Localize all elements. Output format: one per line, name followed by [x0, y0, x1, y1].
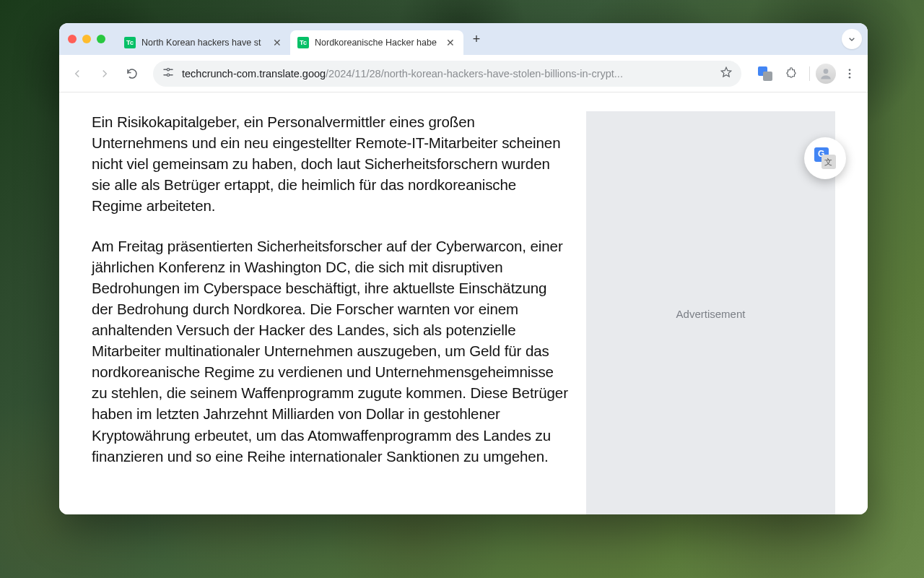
desktop-wallpaper: Tc North Korean hackers have st ✕ Tc Nor…	[0, 0, 924, 578]
user-avatar-icon	[819, 66, 833, 81]
google-translate-icon	[758, 66, 772, 81]
tab-title: North Korean hackers have st	[141, 38, 266, 48]
window-minimize-button[interactable]	[82, 35, 91, 43]
tabs-dropdown-button[interactable]	[842, 29, 862, 49]
tab-strip: Tc North Korean hackers have st ✕ Tc Nor…	[59, 23, 868, 55]
reload-icon	[126, 67, 139, 80]
tab-inactive-north-korean[interactable]: Tc North Korean hackers have st ✕	[117, 30, 290, 55]
article-body: Ein Risikokapitalgeber, ein Personalverm…	[92, 111, 568, 486]
chevron-down-icon	[846, 33, 858, 45]
forward-button[interactable]	[92, 61, 117, 86]
extensions-button[interactable]	[779, 61, 803, 86]
svg-point-5	[167, 74, 169, 76]
window-controls	[68, 35, 105, 43]
chrome-menu-button[interactable]	[837, 61, 862, 86]
svg-rect-4	[170, 74, 173, 76]
bookmark-star-button[interactable]	[720, 66, 733, 81]
url-host: techcrunch-com.translate.goog	[182, 68, 326, 79]
arrow-right-icon	[98, 67, 111, 80]
svg-rect-0	[163, 69, 167, 71]
toolbar-right	[753, 61, 862, 86]
new-tab-button[interactable]: +	[466, 29, 487, 49]
article-paragraph-1: Ein Risikokapitalgeber, ein Personalverm…	[92, 111, 568, 217]
google-translate-ext-button[interactable]	[753, 61, 777, 86]
svg-point-8	[849, 72, 851, 74]
page-content[interactable]: Ein Risikokapitalgeber, ein Personalverm…	[59, 92, 868, 514]
profile-avatar-button[interactable]	[816, 64, 836, 84]
svg-rect-3	[163, 74, 167, 76]
puzzle-piece-icon	[785, 67, 798, 80]
tab-close-button[interactable]: ✕	[445, 37, 456, 48]
tab-title: Nordkoreanische Hacker habe	[315, 38, 439, 48]
window-close-button[interactable]	[68, 35, 77, 43]
svg-rect-1	[170, 69, 173, 71]
tab-close-button[interactable]: ✕	[271, 37, 283, 48]
techcrunch-favicon-icon: Tc	[124, 37, 136, 48]
svg-point-9	[849, 76, 851, 78]
back-button[interactable]	[65, 61, 90, 86]
techcrunch-favicon-icon: Tc	[297, 37, 309, 48]
toolbar-divider	[809, 66, 810, 81]
google-translate-floating-button[interactable]	[804, 137, 846, 179]
advertisement-sidebar: Advertisement	[586, 111, 835, 514]
address-bar[interactable]: techcrunch-com.translate.goog/2024/11/28…	[153, 61, 741, 87]
url-text: techcrunch-com.translate.goog/2024/11/28…	[182, 68, 712, 79]
site-settings-icon[interactable]	[162, 66, 175, 81]
reload-button[interactable]	[120, 61, 144, 86]
tab-active-nordkoreanische[interactable]: Tc Nordkoreanische Hacker habe ✕	[290, 30, 463, 55]
kebab-menu-icon	[843, 67, 856, 80]
arrow-left-icon	[71, 67, 84, 80]
svg-point-6	[824, 69, 829, 74]
google-translate-icon	[814, 147, 836, 169]
toolbar: techcrunch-com.translate.goog/2024/11/28…	[59, 55, 868, 92]
advertisement-label: Advertisement	[676, 308, 746, 320]
svg-point-7	[849, 69, 851, 71]
star-icon	[720, 66, 733, 79]
browser-window: Tc North Korean hackers have st ✕ Tc Nor…	[59, 23, 868, 514]
svg-point-2	[167, 69, 169, 71]
url-path: /2024/11/28/north-korean-hackers-have-st…	[326, 68, 623, 79]
article-paragraph-2: Am Freitag präsentierten Sicherheitsfors…	[92, 236, 568, 467]
window-maximize-button[interactable]	[97, 35, 105, 43]
